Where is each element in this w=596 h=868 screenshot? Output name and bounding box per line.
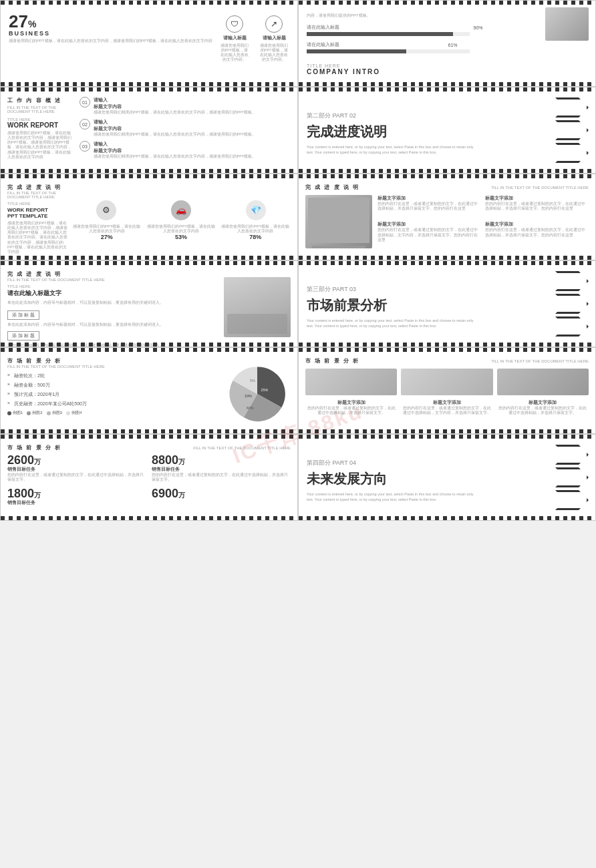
part2-title: 完成进度说明 bbox=[307, 123, 475, 141]
shield-icon: 🛡 bbox=[226, 15, 243, 33]
progress-bar-1: 请在此输入标题 90% bbox=[307, 24, 470, 36]
stat-label: BUSINESS bbox=[9, 30, 212, 37]
slide-4-right: 第三部分 PART 03 市场前景分析 Your content is ente… bbox=[298, 260, 596, 347]
icon-share-item: ↗ 请输入标题 感谢您使用我们的PPT模板，请在此输入您喜欢的文字内容。 bbox=[259, 15, 289, 63]
chevron-decoration-4 bbox=[555, 445, 589, 510]
icon-stat-3: 💎 bbox=[246, 200, 266, 220]
stat-list-2: »融资金额：500万 bbox=[7, 382, 217, 389]
part4-label: 第四部分 PART 04 bbox=[307, 459, 475, 467]
slide-5-right: 市 场 前 景 分 析 TILL IN THE TEXT OF THE DOCU… bbox=[298, 347, 596, 434]
chevron-decoration bbox=[555, 97, 589, 163]
big-number-1: 2600万 销售目标任务 您的内容打在这里，或者通过复制您的文字，在此通过中选择… bbox=[7, 454, 146, 482]
text-block-2: 标题文字添加 您的内容打在这里，或者通过复制您的文字，在此通过中选择粘贴，并选择… bbox=[485, 195, 589, 217]
slide-title-here: TITLE HERE bbox=[307, 63, 380, 68]
slide-subtitle: COMPANY INTRO bbox=[307, 68, 380, 75]
text-block-1: 标题文字添加 您的内容打在这里，或者通过复制您的文字，在此通过中选择粘贴，并选择… bbox=[378, 195, 481, 217]
big-number-2: 8800万 销售目标任务 您的内容打在这里，或者通过复制您的文字，在此通过中选择… bbox=[152, 454, 291, 482]
stat-list-4: »历史融资：2020年某公司A轮500万 bbox=[7, 401, 217, 407]
part3-desc: Your content is entered here, or by copy… bbox=[307, 318, 475, 329]
svg-text:5%: 5% bbox=[250, 379, 255, 383]
slide-1-left: 27% BUSINESS 感谢使用我们的PPT模板，请在此输入您喜欢的文字内容，… bbox=[0, 0, 298, 87]
section-title-work: 工 作 内 容 概 述 bbox=[7, 97, 74, 104]
numbered-item-3: 03 请输入 标题文字内容 感谢您使用我们精美的PPT模板，请在此输入您喜欢的文… bbox=[80, 141, 291, 159]
pie-chart: 25% 60% 10% 5% bbox=[224, 357, 291, 431]
icon-stat-2: 🚗 bbox=[171, 200, 191, 220]
share-icon: ↗ bbox=[265, 15, 283, 33]
text-block-4: 标题文字添加 您的内容打在这里，或者通过复制您的文字，在此通过中选择粘贴，并选择… bbox=[485, 221, 589, 248]
text-block-3: 标题文字添加 您的内容打在这里，或者通过复制您的文字，在此通过中选择粘贴，文字内… bbox=[378, 221, 481, 248]
svg-text:10%: 10% bbox=[245, 394, 252, 398]
icon-shield-item: 🛡 请输入标题 感谢您使用我们的PPT模板，请在此输入您喜欢的文字内容。 bbox=[219, 15, 249, 63]
svg-text:60%: 60% bbox=[247, 406, 254, 410]
slide-2-left: 工 作 内 容 概 述 FILL IN THE TEXT OF THE DOCU… bbox=[0, 87, 298, 174]
add-label-2[interactable]: 添 加 标 题 bbox=[7, 331, 39, 341]
stat-number: 27% bbox=[9, 13, 212, 30]
chevron-decoration-3 bbox=[555, 271, 589, 337]
market-img-2 bbox=[401, 369, 492, 395]
market-img-3 bbox=[497, 369, 589, 395]
stat-list-3: »预计完成：2020年1月 bbox=[7, 391, 217, 398]
slide-5-left: 市 场 前 景 分 析 FILL IN THE TEXT OF THE DOCU… bbox=[0, 347, 298, 434]
market-img-1 bbox=[305, 369, 397, 395]
slide-3-right: 完 成 进 度 说 明 TILL IN THE TEXT OF THE DOCU… bbox=[298, 174, 596, 260]
part4-title: 未来发展方向 bbox=[307, 470, 475, 488]
stat-desc: 感谢使用我们的PPT模板，请在此输入您喜欢的文字内容，感谢使用我们的PPT模板，… bbox=[9, 39, 212, 44]
slide-1-right: 内容，请使用我们提供的PPT模板。 请在此输入标题 90% 请在此输入标题 61… bbox=[298, 0, 596, 87]
slide-6-left: 市 场 前 景 分 析 FILL IN THE TEXT OF THE DOCU… bbox=[0, 434, 298, 521]
slide-6-right: 第四部分 PART 04 未来发展方向 Your content is ente… bbox=[298, 434, 596, 521]
big-number-3: 1800万 销售目标任务 bbox=[7, 487, 146, 506]
part2-desc: Your content is entered here, or by copy… bbox=[307, 145, 475, 155]
add-label-1[interactable]: 添 加 标 题 bbox=[7, 310, 39, 320]
icon-stat-1: ⚙ bbox=[96, 200, 116, 220]
room-image bbox=[224, 277, 291, 337]
slide-2-right: 第二部分 PART 02 完成进度说明 Your content is ente… bbox=[298, 87, 596, 174]
numbered-item-1: 01 请输入 标题文字内容 感谢您使用我们精美的PPT模板，请在此输入您喜欢的文… bbox=[80, 97, 291, 115]
numbered-item-2: 02 请输入 标题文字内容 感谢您使用我们精美的PPT模板，请在此输入您喜欢的文… bbox=[80, 119, 291, 137]
company-thumbnail bbox=[545, 7, 589, 41]
part4-desc: Your content is entered here, or by copy… bbox=[307, 492, 475, 502]
svg-text:25%: 25% bbox=[261, 388, 268, 392]
part3-label: 第三部分 PART 03 bbox=[307, 285, 475, 294]
progress-bar-2: 请在此输入标题 61% bbox=[307, 41, 470, 53]
part2-label: 第二部分 PART 02 bbox=[307, 112, 475, 120]
part3-title: 市场前景分析 bbox=[307, 296, 475, 314]
laptop-image bbox=[305, 195, 372, 248]
big-number-4: 6900万 bbox=[152, 487, 291, 506]
stat-list-1: »融资轮次：2轮 bbox=[7, 373, 217, 379]
slide-3-left: 完 成 进 度 说 明 FILL IN THE TEXT OF THE DOCU… bbox=[0, 174, 298, 260]
slide-4-left: 完 成 进 度 说 明 FILL IN THE TEXT OF THE DOCU… bbox=[0, 260, 298, 347]
